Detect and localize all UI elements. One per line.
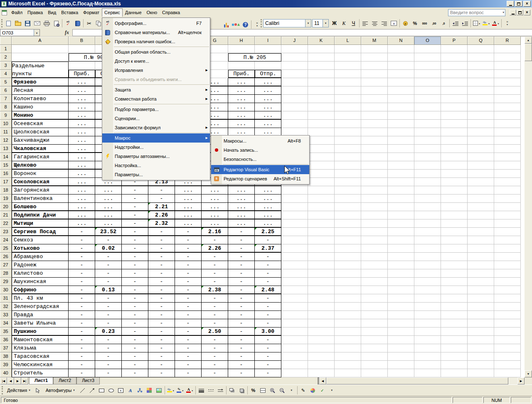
cell-F23[interactable]: - <box>175 228 202 236</box>
cell-L14[interactable] <box>335 153 361 161</box>
cell-R37[interactable] <box>494 344 521 352</box>
clip-art-icon[interactable] <box>145 386 154 395</box>
cell-L31[interactable] <box>335 294 361 303</box>
cell-K28[interactable] <box>308 269 335 278</box>
cell-H22[interactable]: ... <box>228 219 255 228</box>
italic-button[interactable]: К <box>339 19 349 28</box>
cell-M35[interactable] <box>361 328 388 336</box>
cell-R12[interactable] <box>494 136 521 145</box>
cell-D29[interactable]: - <box>122 278 148 286</box>
cell-N4[interactable] <box>388 70 414 78</box>
cell-O29[interactable] <box>414 278 441 286</box>
cell-R2[interactable] <box>494 53 521 62</box>
cell-M6[interactable] <box>361 86 388 95</box>
cell-L40[interactable] <box>335 369 361 377</box>
cell-E36[interactable]: - <box>148 336 175 344</box>
cell-N14[interactable] <box>388 153 414 161</box>
cell-N31[interactable] <box>388 294 414 303</box>
cell-P28[interactable] <box>441 269 468 278</box>
cell-L11[interactable] <box>335 128 361 136</box>
cell-E38[interactable]: - <box>148 352 175 361</box>
cell-A28[interactable]: Калистово <box>12 269 69 278</box>
cell-Q4[interactable] <box>468 70 494 78</box>
cell-O2[interactable] <box>414 53 441 62</box>
cell-O39[interactable] <box>414 361 441 369</box>
cell-L33[interactable] <box>335 311 361 319</box>
cell-R16[interactable] <box>494 170 521 178</box>
cell-O23[interactable] <box>414 228 441 236</box>
cell-O25[interactable] <box>414 244 441 253</box>
cell-H39[interactable]: - <box>228 361 255 369</box>
cell-P9[interactable] <box>441 111 468 120</box>
row-header-12[interactable]: 12 <box>0 136 12 145</box>
cell-M22[interactable] <box>361 219 388 228</box>
cell-A4[interactable]: пункты <box>12 70 69 78</box>
cell-O28[interactable] <box>414 269 441 278</box>
cell-L23[interactable] <box>335 228 361 236</box>
cell-M15[interactable] <box>361 161 388 170</box>
cell-K31[interactable] <box>308 294 335 303</box>
column-header-A[interactable]: A <box>12 37 69 45</box>
row-header-30[interactable]: 30 <box>0 286 12 294</box>
cell-J40[interactable] <box>281 369 308 377</box>
cell-I29[interactable]: - <box>255 278 281 286</box>
draw-actions-button[interactable]: Действия ▾ <box>5 386 33 394</box>
cell-K3[interactable] <box>308 62 335 70</box>
cell-G29[interactable]: - <box>202 278 228 286</box>
cell-H18[interactable]: ... <box>228 186 255 195</box>
cell-M7[interactable] <box>361 95 388 103</box>
cell-C19[interactable]: ... <box>95 195 122 203</box>
new-workbook-icon[interactable] <box>4 19 13 28</box>
cell-N2[interactable] <box>388 53 414 62</box>
cell-R39[interactable] <box>494 361 521 369</box>
cell-I36[interactable]: - <box>255 336 281 344</box>
font-color-icon[interactable]: А▾ <box>185 386 195 395</box>
cell-K11[interactable] <box>308 128 335 136</box>
row-header-4[interactable]: 4 <box>0 70 12 78</box>
cell-L5[interactable] <box>335 78 361 86</box>
menu-item-track-changes[interactable]: Исправления▶ <box>102 66 210 75</box>
cell-H5[interactable]: ... <box>228 78 255 86</box>
cell-M8[interactable] <box>361 103 388 111</box>
cell-I7[interactable]: ... <box>255 95 281 103</box>
cell-C21[interactable]: ... <box>95 211 122 219</box>
cell-A39[interactable]: Челюскинская <box>12 361 69 369</box>
workbook-restore-button[interactable] <box>517 10 523 15</box>
cell-J38[interactable] <box>281 352 308 361</box>
cell-P36[interactable] <box>441 336 468 344</box>
cell-C25[interactable]: 0.02 <box>95 244 122 253</box>
dash-style-icon[interactable] <box>206 386 216 395</box>
cell-R24[interactable] <box>494 236 521 244</box>
cell-D40[interactable]: - <box>122 369 148 377</box>
cell-L17[interactable] <box>335 178 361 186</box>
cell-N3[interactable] <box>388 62 414 70</box>
cell-K10[interactable] <box>308 120 335 128</box>
cell-O21[interactable] <box>414 211 441 219</box>
cell-G31[interactable]: - <box>202 294 228 303</box>
cell-B32[interactable]: - <box>69 303 95 311</box>
cell-H24[interactable]: - <box>228 236 255 244</box>
cell-P8[interactable] <box>441 103 468 111</box>
menu-item-macros[interactable]: Макросы...Alt+F8 <box>211 136 309 145</box>
cell-A34[interactable]: Заветы Ильича <box>12 319 69 328</box>
cell-J20[interactable] <box>281 203 308 211</box>
cell-G38[interactable]: - <box>202 352 228 361</box>
picture-icon[interactable] <box>154 386 164 395</box>
cell-J5[interactable] <box>281 78 308 86</box>
cell-N13[interactable] <box>388 145 414 153</box>
cell-B34[interactable]: - <box>69 319 95 328</box>
cell-K33[interactable] <box>308 311 335 319</box>
cell-N36[interactable] <box>388 336 414 344</box>
cell-O24[interactable] <box>414 236 441 244</box>
cell-B30[interactable]: - <box>69 286 95 294</box>
cell-E26[interactable]: - <box>148 253 175 261</box>
cell-L2[interactable] <box>335 53 361 62</box>
cut-icon[interactable]: ✂ <box>84 19 94 28</box>
align-left-icon[interactable] <box>360 19 370 28</box>
cell-L16[interactable] <box>335 170 361 178</box>
cell-M16[interactable] <box>361 170 388 178</box>
cell-F30[interactable]: - <box>175 286 202 294</box>
cell-O3[interactable] <box>414 62 441 70</box>
cell-B12[interactable]: ... <box>69 136 95 145</box>
row-header-17[interactable]: 17 <box>0 178 12 186</box>
